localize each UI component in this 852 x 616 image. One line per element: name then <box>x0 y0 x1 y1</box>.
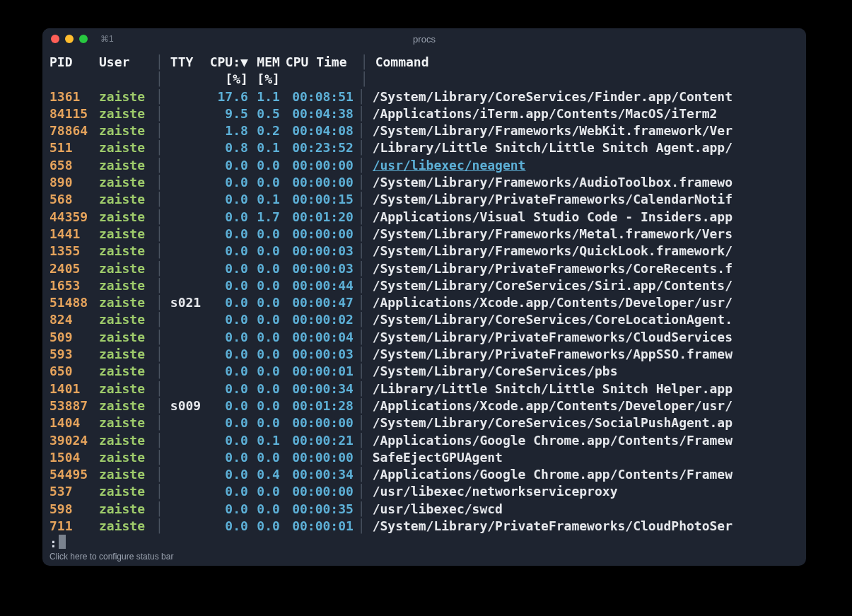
cell-user: zaiste <box>99 432 156 449</box>
separator-icon: │ <box>156 226 163 243</box>
cell-pid: 78864 <box>49 122 99 139</box>
table-row[interactable]: 44359zaiste│0.01.700:01:20│/Applications… <box>49 209 799 226</box>
cell-command: /System/Library/PrivateFrameworks/CoreRe… <box>373 260 799 277</box>
cell-user: zaiste <box>99 105 156 122</box>
cell-user: zaiste <box>99 226 156 243</box>
cell-tty <box>170 363 209 380</box>
table-row[interactable]: 51488zaiste│s0210.00.000:00:47│/Applicat… <box>49 294 799 311</box>
cell-cpu: 0.0 <box>209 466 248 483</box>
table-row[interactable]: 84115zaiste│9.50.500:04:38│/Applications… <box>49 105 799 122</box>
cell-tty <box>170 346 209 363</box>
table-row[interactable]: 824zaiste│0.00.000:00:02│/System/Library… <box>49 311 799 328</box>
separator-icon: │ <box>358 226 366 243</box>
table-row[interactable]: 1355zaiste│0.00.000:00:03│/System/Librar… <box>49 243 799 260</box>
table-row[interactable]: 78864zaiste│1.80.200:04:08│/System/Libra… <box>49 122 799 139</box>
cell-user: zaiste <box>99 518 156 535</box>
cell-mem: 0.0 <box>248 226 280 243</box>
cell-tty <box>170 105 209 122</box>
separator-icon: │ <box>358 380 366 397</box>
cell-mem: 0.5 <box>248 105 280 122</box>
table-row[interactable]: 537zaiste│0.00.000:00:00│/usr/libexec/ne… <box>49 483 799 500</box>
table-row[interactable]: 593zaiste│0.00.000:00:03│/System/Library… <box>49 346 799 363</box>
table-row[interactable]: 650zaiste│0.00.000:00:01│/System/Library… <box>49 363 799 380</box>
table-row[interactable]: 54495zaiste│0.00.400:00:34│/Applications… <box>49 466 799 483</box>
cell-mem: 0.0 <box>248 157 280 174</box>
separator-icon: │ <box>156 432 163 449</box>
cell-user: zaiste <box>99 346 156 363</box>
separator-icon: │ <box>156 414 163 431</box>
table-row[interactable]: 598zaiste│0.00.000:00:35│/usr/libexec/sw… <box>49 501 799 518</box>
cell-pid: 1355 <box>49 243 99 260</box>
table-row[interactable]: 568zaiste│0.00.100:00:15│/System/Library… <box>49 191 799 208</box>
cell-pid: 711 <box>49 518 99 535</box>
cell-tty <box>170 122 209 139</box>
cell-cpu: 0.0 <box>209 243 248 260</box>
cell-user: zaiste <box>99 449 156 466</box>
separator-icon: │ <box>358 105 366 122</box>
cell-command[interactable]: /usr/libexec/neagent <box>373 157 799 174</box>
status-bar-hint[interactable]: Click here to configure status bar <box>42 549 806 566</box>
cell-mem: 0.0 <box>248 260 280 277</box>
header-time: CPU Time <box>286 54 356 71</box>
cell-command: /System/Library/CoreServices/CoreLocatio… <box>373 311 799 328</box>
table-row[interactable]: 53887zaiste│s0090.00.000:01:28│/Applicat… <box>49 397 799 414</box>
cell-mem: 0.0 <box>248 449 280 466</box>
table-row[interactable]: 1441zaiste│0.00.000:00:00│/System/Librar… <box>49 226 799 243</box>
prompt-line[interactable]: : <box>49 535 799 549</box>
cell-tty <box>170 260 209 277</box>
separator-icon: │ <box>156 518 163 535</box>
table-row[interactable]: 711zaiste│0.00.000:00:01│/System/Library… <box>49 518 799 535</box>
cell-mem: 1.7 <box>248 209 280 226</box>
cell-command: /System/Library/PrivateFrameworks/CloudP… <box>373 518 799 535</box>
table-row[interactable]: 511zaiste│0.80.100:23:52│/Library/Little… <box>49 139 799 156</box>
table-row[interactable]: 39024zaiste│0.00.100:00:21│/Applications… <box>49 432 799 449</box>
table-row[interactable]: 1361zaiste│17.61.100:08:51│/System/Libra… <box>49 88 799 105</box>
header-cpu[interactable]: CPU:▼ <box>209 54 248 71</box>
table-row[interactable]: 1653zaiste│0.00.000:00:44│/System/Librar… <box>49 277 799 294</box>
separator-icon: │ <box>156 71 163 88</box>
separator-icon: │ <box>156 54 163 71</box>
separator-icon: │ <box>358 329 366 346</box>
table-row[interactable]: 509zaiste│0.00.000:00:04│/System/Library… <box>49 329 799 346</box>
separator-icon: │ <box>358 518 366 535</box>
close-icon[interactable] <box>51 35 59 43</box>
header-command: Command <box>375 54 429 71</box>
table-row[interactable]: 1401zaiste│0.00.000:00:34│/Library/Littl… <box>49 380 799 397</box>
table-row[interactable]: 1504zaiste│0.00.000:00:00│SafeEjectGPUAg… <box>49 449 799 466</box>
separator-icon: │ <box>358 209 366 226</box>
cell-mem: 0.1 <box>248 432 280 449</box>
cell-mem: 0.0 <box>248 380 280 397</box>
cell-tty <box>170 380 209 397</box>
zoom-icon[interactable] <box>79 35 88 43</box>
header-mem: MEM <box>248 54 280 71</box>
table-row[interactable]: 1404zaiste│0.00.000:00:00│/System/Librar… <box>49 414 799 431</box>
cell-pid: 1441 <box>49 226 99 243</box>
cell-command: /System/Library/Frameworks/QuickLook.fra… <box>373 243 799 260</box>
titlebar: ⌘1 procs <box>42 28 806 50</box>
cell-cpu: 0.0 <box>209 209 248 226</box>
cell-pid: 598 <box>49 501 99 518</box>
table-row[interactable]: 890zaiste│0.00.000:00:00│/System/Library… <box>49 174 799 191</box>
minimize-icon[interactable] <box>65 35 74 43</box>
cell-pid: 537 <box>49 483 99 500</box>
cell-user: zaiste <box>99 88 156 105</box>
cell-command: /Applications/Xcode.app/Contents/Develop… <box>373 294 799 311</box>
separator-icon: │ <box>156 209 163 226</box>
cell-mem: 0.0 <box>248 277 280 294</box>
cell-pid: 568 <box>49 191 99 208</box>
separator-icon: │ <box>156 294 163 311</box>
cell-pid: 890 <box>49 174 99 191</box>
table-row[interactable]: 2405zaiste│0.00.000:00:03│/System/Librar… <box>49 260 799 277</box>
process-list: 1361zaiste│17.61.100:08:51│/System/Libra… <box>49 88 799 535</box>
cell-user: zaiste <box>99 329 156 346</box>
cell-mem: 1.1 <box>248 88 280 105</box>
tab-label[interactable]: ⌘1 <box>100 34 114 44</box>
cell-mem: 0.0 <box>248 294 280 311</box>
cell-tty <box>170 157 209 174</box>
separator-icon: │ <box>156 329 163 346</box>
cell-tty <box>170 466 209 483</box>
cell-cpu: 0.0 <box>209 346 248 363</box>
table-row[interactable]: 658zaiste│0.00.000:00:00│/usr/libexec/ne… <box>49 157 799 174</box>
terminal-body[interactable]: PID User │ TTY CPU:▼ MEM CPU Time │ Comm… <box>42 50 806 549</box>
cell-cpu: 0.0 <box>209 414 248 431</box>
